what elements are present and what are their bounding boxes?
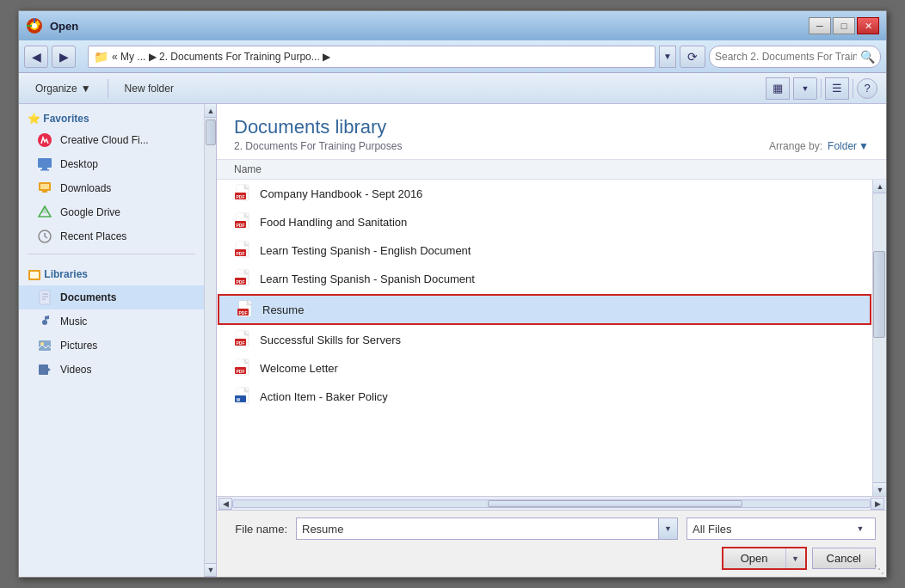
search-icon[interactable]: 🔍 <box>860 50 875 64</box>
vscroll-up-button[interactable]: ▲ <box>873 180 886 193</box>
svg-text:PDF: PDF <box>237 251 245 256</box>
help-button[interactable]: ? <box>857 78 877 99</box>
arrange-by-value-text: Folder <box>828 140 857 152</box>
table-row[interactable]: PDF Welcome Letter <box>217 354 872 383</box>
sidebar-item-videos[interactable]: Videos <box>19 358 204 382</box>
svg-text:PDF: PDF <box>237 194 245 199</box>
library-header: Documents library 2. Documents For Train… <box>217 104 886 160</box>
pdf-icon: PDF <box>234 330 253 349</box>
pdf-icon: PDF <box>234 241 253 260</box>
table-row[interactable]: PDF Company Handbook - Sept 2016 <box>217 180 872 208</box>
address-path-text: « My ... ▶ 2. Documents For Training Pur… <box>112 51 330 63</box>
toolbar-right: ▦ ▼ ☰ ? <box>766 77 877 100</box>
svg-point-2 <box>32 23 37 28</box>
favorites-section[interactable]: ⭐ Favorites <box>19 104 204 128</box>
vscroll-down-button[interactable]: ▼ <box>873 482 886 496</box>
close-button[interactable]: ✕ <box>857 17 879 34</box>
hscroll-left-button[interactable]: ◀ <box>219 498 232 510</box>
sidebar-item-recent-places[interactable]: Recent Places <box>19 224 204 248</box>
table-row[interactable]: PDF Learn Testing Spanish - English Docu… <box>217 236 872 265</box>
address-bar: ◀ ▶ 📁 « My ... ▶ 2. Documents For Traini… <box>19 40 886 73</box>
vscroll-thumb[interactable] <box>873 251 885 338</box>
sidebar-item-music[interactable]: Music <box>19 309 204 334</box>
search-box[interactable]: 🔍 <box>709 46 881 68</box>
sidebar-item-documents[interactable]: Documents <box>19 285 204 309</box>
table-row[interactable]: PDF Successful Skills for Servers <box>217 326 872 354</box>
file-name: Resume <box>262 303 304 316</box>
svg-point-21 <box>42 320 47 325</box>
sidebar-item-google-drive[interactable]: Google Drive <box>19 200 204 224</box>
filetype-select[interactable]: All Files ▼ <box>686 518 876 540</box>
filename-dropdown-button[interactable]: ▼ <box>658 518 677 539</box>
address-dropdown-button[interactable]: ▼ <box>659 46 676 68</box>
table-row[interactable]: PDF Resume <box>218 294 871 325</box>
sidebar-item-pictures[interactable]: Pictures <box>19 334 204 358</box>
cancel-button[interactable]: Cancel <box>812 548 876 569</box>
table-row[interactable]: PDF Learn Testing Spanish - Spanish Docu… <box>217 265 872 293</box>
hscroll-thumb[interactable] <box>488 500 742 507</box>
filename-row: File name: ▼ All Files ▼ <box>227 518 876 540</box>
file-area-wrapper: Documents library 2. Documents For Train… <box>217 104 886 577</box>
sidebar-item-desktop[interactable]: Desktop <box>19 152 204 176</box>
svg-rect-17 <box>40 291 50 304</box>
maximize-button[interactable]: □ <box>833 17 855 34</box>
music-icon <box>36 313 53 330</box>
arrange-by-label: Arrange by: <box>769 140 822 152</box>
sidebar-item-label: Recent Places <box>60 230 126 242</box>
file-name: Learn Testing Spanish - English Document <box>260 244 471 257</box>
sidebar-item-creative-cloud[interactable]: Creative Cloud Fi... <box>19 128 204 152</box>
filetype-dropdown-button[interactable]: ▼ <box>851 518 870 539</box>
sidebar-item-downloads[interactable]: Downloads <box>19 176 204 200</box>
view-button[interactable]: ▦ <box>766 77 790 100</box>
sidebar-scrollbar[interactable]: ▲ ▼ <box>204 104 216 577</box>
file-name: Learn Testing Spanish - Spanish Document <box>260 273 475 285</box>
scrollbar-thumb[interactable] <box>206 119 216 145</box>
sidebar-item-label: Videos <box>60 364 91 376</box>
filename-input[interactable] <box>297 523 658 536</box>
file-vscroll[interactable]: ▲ ▼ <box>872 180 886 496</box>
svg-text:PDF: PDF <box>237 369 245 374</box>
svg-marker-25 <box>48 368 51 371</box>
toolbar: Organize ▼ New folder ▦ ▼ ☰ ? <box>19 73 886 104</box>
title-bar: Open ─ □ ✕ <box>19 11 886 40</box>
new-folder-label: New folder <box>125 83 174 95</box>
main-area: ▲ ▼ ⭐ Favorites Creati <box>19 104 886 577</box>
action-row: Open ▼ Cancel <box>227 547 876 570</box>
address-path[interactable]: 📁 « My ... ▶ 2. Documents For Training P… <box>88 46 656 68</box>
file-list-container: PDF Company Handbook - Sept 2016 <box>217 180 886 496</box>
svg-text:PDF: PDF <box>239 310 248 315</box>
toolbar-separator-3 <box>853 79 853 98</box>
details-icon: ☰ <box>832 82 842 95</box>
details-view-button[interactable]: ☰ <box>825 77 849 100</box>
open-dropdown-button[interactable]: ▼ <box>786 548 805 568</box>
refresh-icon: ⟳ <box>687 50 698 64</box>
resize-grip[interactable]: ⋱ <box>874 563 884 575</box>
name-column-header: Name <box>234 163 262 175</box>
file-hscroll[interactable]: ◀ ▶ <box>217 496 886 510</box>
scrollbar-down-button[interactable]: ▼ <box>205 563 217 577</box>
svg-rect-9 <box>42 191 47 193</box>
library-info: Documents library 2. Documents For Train… <box>234 116 402 152</box>
table-row[interactable]: PDF Food Handling and Sanitation <box>217 208 872 236</box>
table-row[interactable]: W Action Item - Baker Policy <box>217 383 872 411</box>
search-input[interactable] <box>715 51 857 63</box>
svg-rect-22 <box>39 340 51 351</box>
bottom-area: File name: ▼ All Files ▼ Open ▼ <box>217 510 886 577</box>
refresh-button[interactable]: ⟳ <box>680 46 705 68</box>
sidebar-item-label: Google Drive <box>60 206 120 218</box>
new-folder-button[interactable]: New folder <box>117 79 182 98</box>
minimize-button[interactable]: ─ <box>809 17 831 34</box>
arrange-by-dropdown[interactable]: Folder ▼ <box>828 140 869 152</box>
back-button[interactable]: ◀ <box>24 46 48 68</box>
svg-line-14 <box>45 236 47 238</box>
libraries-section[interactable]: Libraries <box>19 260 204 285</box>
forward-arrow-icon: ▶ <box>59 50 69 64</box>
open-button[interactable]: Open <box>723 548 786 568</box>
forward-button[interactable]: ▶ <box>52 46 76 68</box>
toolbar-separator <box>108 79 108 98</box>
hscroll-right-button[interactable]: ▶ <box>871 498 884 510</box>
view-dropdown-button[interactable]: ▼ <box>793 77 817 100</box>
organize-button[interactable]: Organize ▼ <box>28 79 99 98</box>
organize-label: Organize <box>35 83 77 95</box>
scrollbar-up-button[interactable]: ▲ <box>205 104 217 118</box>
